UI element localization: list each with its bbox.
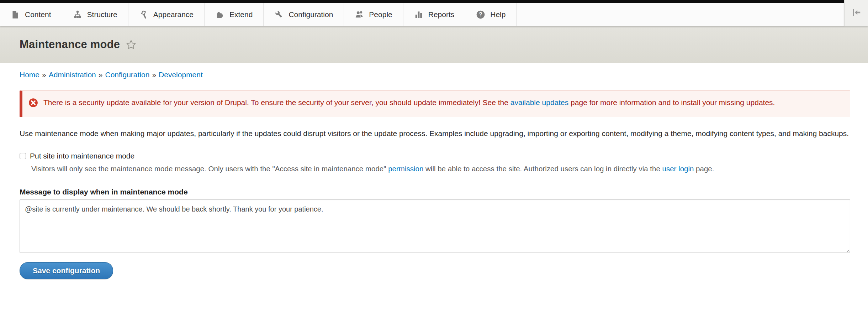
menu-item-help[interactable]: ? Help [465, 3, 517, 26]
toolbar-collapse-toggle[interactable] [844, 0, 868, 26]
error-message-text: There is a security update available for… [43, 97, 775, 111]
menu-item-label: Content [25, 10, 51, 19]
description-part1: Visitors will only see the maintenance m… [31, 165, 388, 173]
maintenance-mode-checkbox-row: Put site into maintenance mode [20, 152, 850, 160]
error-message: There is a security update available for… [20, 90, 850, 117]
menu-item-label: Appearance [153, 10, 194, 19]
toolbar-top-strip [0, 0, 844, 3]
reports-icon [414, 10, 423, 19]
breadcrumb-configuration[interactable]: Configuration [105, 71, 149, 79]
description-part2: will be able to access the site. Authori… [423, 165, 662, 173]
menu-item-structure[interactable]: Structure [62, 3, 128, 26]
menu-item-extend[interactable]: Extend [205, 3, 264, 26]
available-updates-link[interactable]: available updates [510, 98, 568, 106]
page-title: Maintenance mode [20, 38, 120, 51]
user-login-link[interactable]: user login [662, 165, 694, 173]
breadcrumb-home[interactable]: Home [20, 71, 39, 79]
structure-icon [73, 10, 82, 19]
error-text-after: page for more information and to install… [568, 98, 775, 106]
save-configuration-button[interactable]: Save configuration [20, 262, 113, 279]
configuration-icon [274, 10, 284, 19]
menu-item-configuration[interactable]: Configuration [264, 3, 344, 26]
maintenance-intro-text: Use maintenance mode when making major u… [20, 128, 850, 139]
menu-item-content[interactable]: Content [0, 3, 62, 26]
main-content: Home»Administration»Configuration»Develo… [0, 71, 868, 279]
menu-item-label: Structure [87, 10, 117, 19]
maintenance-mode-checkbox-label[interactable]: Put site into maintenance mode [30, 152, 134, 160]
help-icon: ? [476, 10, 485, 19]
svg-text:?: ? [479, 11, 482, 17]
menu-item-label: Help [490, 10, 506, 19]
error-text-before: There is a security update available for… [43, 98, 510, 106]
description-part3: page. [694, 165, 714, 173]
collapse-left-icon [851, 7, 862, 19]
menu-item-reports[interactable]: Reports [403, 3, 466, 26]
menu-item-appearance[interactable]: Appearance [128, 3, 205, 26]
admin-menu: Content Structure Appearance [0, 3, 844, 26]
message-field-label: Message to display when in maintenance m… [20, 188, 850, 196]
content-icon [11, 10, 20, 19]
page: Content Structure Appearance [0, 0, 868, 312]
extend-icon [215, 10, 224, 19]
menu-item-label: Reports [428, 10, 455, 19]
breadcrumb-administration[interactable]: Administration [49, 71, 96, 79]
permission-link[interactable]: permission [388, 165, 423, 173]
admin-menu-wrap: Content Structure Appearance [0, 0, 844, 26]
breadcrumb-separator: » [39, 71, 49, 79]
maintenance-mode-description: Visitors will only see the maintenance m… [31, 163, 850, 174]
admin-toolbar: Content Structure Appearance [0, 0, 868, 26]
people-icon [355, 10, 364, 19]
star-outline-icon[interactable] [126, 39, 137, 50]
maintenance-mode-checkbox[interactable] [20, 153, 26, 159]
breadcrumb-development[interactable]: Development [159, 71, 203, 79]
menu-item-label: Extend [229, 10, 253, 19]
maintenance-message-textarea[interactable]: @site is currently under maintenance. We… [20, 199, 850, 253]
error-x-circle-icon [28, 98, 38, 111]
appearance-icon [139, 10, 148, 19]
menu-item-label: Configuration [289, 10, 333, 19]
breadcrumb: Home»Administration»Configuration»Develo… [20, 71, 850, 79]
breadcrumb-separator: » [149, 71, 159, 79]
menu-item-people[interactable]: People [344, 3, 403, 26]
breadcrumb-separator: » [96, 71, 105, 79]
menu-item-label: People [369, 10, 392, 19]
page-title-band: Maintenance mode [0, 26, 868, 63]
